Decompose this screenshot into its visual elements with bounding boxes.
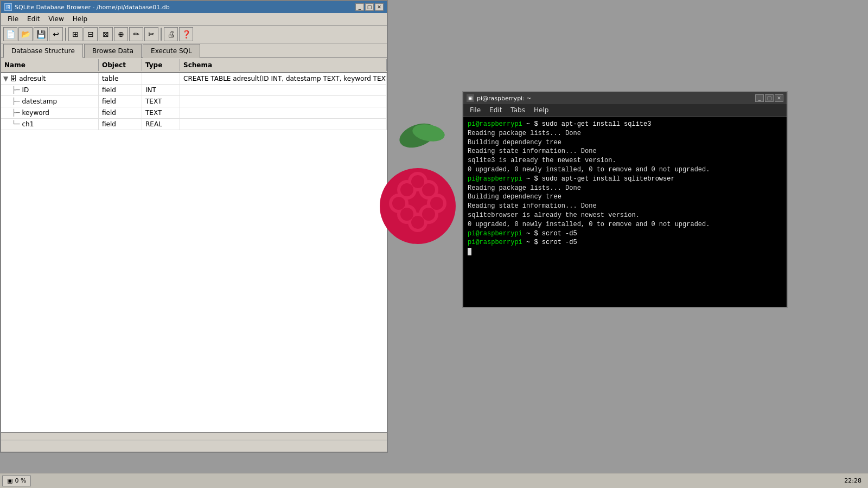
terminal-icon: ▣ (467, 94, 474, 102)
row-keyword-type: TEXT (142, 107, 180, 118)
sqlite-content-area: Name Object Type Schema ▼ 🗄 adresult tab… (1, 58, 387, 440)
terminal-menu-tabs[interactable]: Tabs (506, 105, 529, 115)
close-button[interactable]: ✕ (375, 3, 384, 11)
terminal-content: pi@raspberrypi ~ $ sudo apt-get install … (463, 117, 787, 307)
terminal-menubar: File Edit Tabs Help (463, 104, 787, 117)
save-button[interactable]: 💾 (34, 27, 48, 41)
row-keyword-schema (180, 107, 387, 118)
minimize-button[interactable]: _ (355, 3, 364, 11)
table-row[interactable]: ├─ datestamp field TEXT (1, 96, 387, 107)
terminal-menu-help[interactable]: Help (529, 105, 553, 115)
terminal-line: Reading state information... Done (468, 202, 782, 211)
row-adresult-schema: CREATE TABLE adresult(ID INT, datestamp … (180, 73, 387, 84)
tree-branch-icon: ├─ (12, 86, 20, 94)
terminal-line: pi@raspberrypi ~ $ sudo apt-get install … (468, 175, 782, 184)
terminal-line: sqlitebrowser is already the newest vers… (468, 211, 782, 220)
svg-point-15 (430, 197, 443, 210)
row-adresult-type (142, 73, 180, 84)
tab-execute-sql[interactable]: Execute SQL (143, 44, 200, 58)
terminal-title-left: ▣ pi@raspberrypi: ~ (467, 94, 532, 102)
toolbar-sep-2 (161, 28, 162, 41)
taskbar-cpu-label: 0 % (15, 477, 26, 484)
expand-icon: ▼ (3, 75, 8, 82)
toolbar-sep-1 (65, 28, 66, 41)
row-datestamp-name: ├─ datestamp (1, 96, 99, 107)
row-id-name: ├─ ID (1, 85, 99, 95)
terminal-menu-edit[interactable]: Edit (485, 105, 506, 115)
edit-field-button[interactable]: ✏ (129, 27, 143, 41)
row-adresult-name: ▼ 🗄 adresult (1, 73, 99, 84)
sqlite-browser-window: 🗄 SQLite Database Browser - /home/pi/dat… (0, 0, 388, 453)
table-row[interactable]: ├─ ID field INT (1, 85, 387, 96)
terminal-close-button[interactable]: ✕ (775, 94, 783, 102)
terminal-maximize-button[interactable]: □ (765, 94, 774, 102)
taskbar-status[interactable]: ▣ 0 % (2, 476, 31, 486)
sqlite-menubar: File Edit View Help (1, 13, 387, 25)
delete-field-button[interactable]: ✂ (144, 27, 158, 41)
row-id-schema (180, 85, 387, 95)
maximize-button[interactable]: □ (365, 3, 374, 11)
terminal-line: Building dependency tree (468, 138, 782, 147)
menu-file[interactable]: File (3, 14, 23, 24)
tab-database-structure[interactable]: Database Structure (3, 44, 83, 58)
terminal-window: ▣ pi@raspberrypi: ~ _ □ ✕ File Edit Tabs… (462, 91, 788, 308)
print-button[interactable]: 🖨 (164, 27, 178, 41)
svg-point-17 (422, 208, 435, 221)
row-ch1-type: REAL (142, 119, 180, 130)
terminal-line: Reading package lists... Done (468, 184, 782, 193)
terminal-title-bar: ▣ pi@raspberrypi: ~ _ □ ✕ (463, 92, 787, 104)
undo-button[interactable]: ↩ (49, 27, 63, 41)
terminal-cursor (468, 248, 471, 255)
sqlite-window-title: SQLite Database Browser - /home/pi/datab… (15, 4, 170, 11)
sqlite-statusbar (1, 440, 387, 452)
col-schema-header: Schema (180, 59, 387, 71)
tree-branch-icon: ├─ (12, 98, 20, 105)
row-ch1-object: field (99, 119, 142, 130)
terminal-line: Reading package lists... Done (468, 129, 782, 138)
terminal-line: pi@raspberrypi ~ $ scrot -d5 (468, 238, 782, 247)
tree-branch-icon: └─ (12, 120, 20, 128)
table-header: Name Object Type Schema (1, 58, 387, 73)
svg-point-16 (400, 208, 413, 221)
col-name-header: Name (1, 59, 99, 71)
term-prompt: pi@raspberrypi (468, 120, 522, 128)
table-row[interactable]: └─ ch1 field REAL (1, 119, 387, 130)
terminal-controls: _ □ ✕ (755, 94, 783, 102)
taskbar: ▣ 0 % 22:28 (0, 473, 868, 488)
horizontal-scrollbar[interactable] (1, 432, 387, 440)
sqlite-title-bar: 🗄 SQLite Database Browser - /home/pi/dat… (1, 1, 387, 13)
terminal-menu-file[interactable]: File (465, 105, 485, 115)
new-button[interactable]: 📄 (3, 27, 17, 41)
db-icon: 🗄 (10, 75, 17, 82)
sqlite-tabs: Database Structure Browse Data Execute S… (1, 43, 387, 58)
terminal-line: sqlite3 is already the newest version. (468, 156, 782, 165)
terminal-line: 0 upgraded, 0 newly installed, 0 to remo… (468, 165, 782, 175)
edit-table-button[interactable]: ⊟ (84, 27, 98, 41)
row-ch1-name: └─ ch1 (1, 119, 99, 130)
open-button[interactable]: 📂 (18, 27, 33, 41)
terminal-line: Building dependency tree (468, 192, 782, 202)
new-table-button[interactable]: ⊞ (68, 27, 82, 41)
term-prompt: pi@raspberrypi (468, 175, 522, 183)
table-row[interactable]: ├─ keyword field TEXT (1, 107, 387, 119)
menu-view[interactable]: View (44, 14, 68, 24)
menu-help[interactable]: Help (68, 14, 92, 24)
table-row[interactable]: ▼ 🗄 adresult table CREATE TABLE adresult… (1, 73, 387, 85)
terminal-line: Reading state information... Done (468, 147, 782, 156)
raspberry-decoration (377, 119, 458, 293)
taskbar-time: 22:28 (840, 476, 866, 485)
row-datestamp-object: field (99, 96, 142, 107)
row-keyword-object: field (99, 107, 142, 118)
help-button[interactable]: ❓ (179, 27, 193, 41)
title-bar-left: 🗄 SQLite Database Browser - /home/pi/dat… (4, 3, 170, 11)
menu-edit[interactable]: Edit (23, 14, 44, 24)
taskbar-icon: ▣ (7, 477, 12, 484)
sqlite-window-icon: 🗄 (4, 3, 12, 11)
tab-browse-data[interactable]: Browse Data (84, 44, 142, 58)
delete-table-button[interactable]: ⊠ (99, 27, 113, 41)
row-id-type: INT (142, 85, 180, 95)
col-object-header: Object (99, 59, 142, 71)
terminal-minimize-button[interactable]: _ (755, 94, 764, 102)
sqlite-title-controls: _ □ ✕ (355, 3, 384, 11)
new-field-button[interactable]: ⊕ (114, 27, 128, 41)
